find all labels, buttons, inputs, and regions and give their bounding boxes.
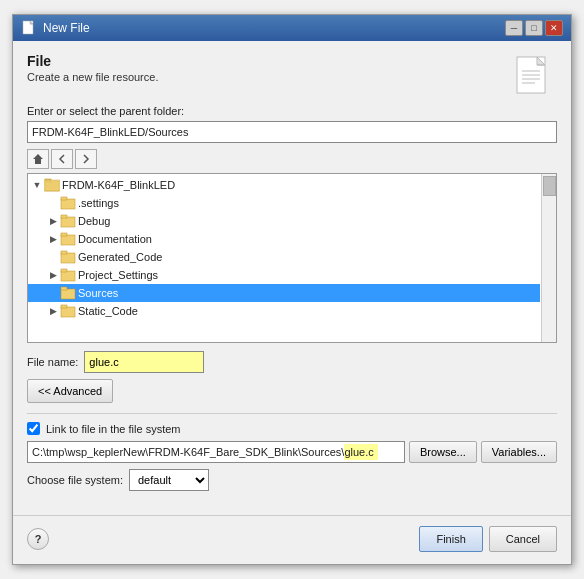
tree-label-sources: Sources xyxy=(78,287,118,299)
toggle-debug[interactable]: ▶ xyxy=(46,214,60,228)
toggle-sources xyxy=(46,286,60,300)
toggle-generated-code xyxy=(46,250,60,264)
svg-rect-27 xyxy=(61,305,67,308)
folder-icon-documentation xyxy=(60,232,76,246)
variables-button[interactable]: Variables... xyxy=(481,441,557,463)
tree-item-static-code[interactable]: ▶ Static_Code xyxy=(28,302,540,320)
svg-rect-20 xyxy=(61,253,75,263)
tree-item-project-settings[interactable]: ▶ Project_Settings xyxy=(28,266,540,284)
svg-marker-10 xyxy=(33,154,43,164)
filesystem-row: Choose file system: default xyxy=(27,469,557,491)
filename-row: File name: xyxy=(27,351,557,373)
help-button[interactable]: ? xyxy=(27,528,49,550)
link-path-container: C:\tmp\wsp_keplerNew\FRDM-K64F_Bare_SDK_… xyxy=(27,441,405,463)
section-subtitle: Create a new file resource. xyxy=(27,71,158,83)
tree-item-sources[interactable]: Sources xyxy=(28,284,540,302)
tree-label-generated-code: Generated_Code xyxy=(78,251,162,263)
title-bar-left: New File xyxy=(21,20,90,36)
tree-label-documentation: Documentation xyxy=(78,233,152,245)
tree-label-project-settings: Project_Settings xyxy=(78,269,158,281)
maximize-button[interactable]: □ xyxy=(525,20,543,36)
project-icon xyxy=(44,178,60,192)
link-checkbox[interactable] xyxy=(27,422,40,435)
new-file-icon xyxy=(21,20,37,36)
svg-rect-19 xyxy=(61,233,67,236)
toggle-project-settings[interactable]: ▶ xyxy=(46,268,60,282)
svg-rect-14 xyxy=(61,199,75,209)
file-resource-icon xyxy=(513,55,557,105)
dialog-buttons: Finish Cancel xyxy=(419,526,557,552)
divider xyxy=(27,413,557,414)
nav-toolbar xyxy=(27,149,557,169)
title-bar-controls: ─ □ ✕ xyxy=(505,20,563,36)
svg-rect-26 xyxy=(61,307,75,317)
minimize-button[interactable]: ─ xyxy=(505,20,523,36)
section-title: File xyxy=(27,53,158,69)
tree-item-debug[interactable]: ▶ Debug xyxy=(28,212,540,230)
link-checkbox-row: Link to file in the file system xyxy=(27,422,557,435)
toggle-static-code[interactable]: ▶ xyxy=(46,304,60,318)
toggle-root[interactable]: ▼ xyxy=(30,178,44,192)
nav-back-button[interactable] xyxy=(51,149,73,169)
tree-item-generated-code[interactable]: Generated_Code xyxy=(28,248,540,266)
bottom-bar: ? Finish Cancel xyxy=(13,515,571,564)
tree-item-documentation[interactable]: ▶ Documentation xyxy=(28,230,540,248)
tree-inner: ▼ FRDM-K64F_BlinkLED xyxy=(28,174,556,322)
folder-icon-debug xyxy=(60,214,76,228)
folder-tree: ▼ FRDM-K64F_BlinkLED xyxy=(27,173,557,343)
folder-icon-static-code xyxy=(60,304,76,318)
filename-label: File name: xyxy=(27,356,78,368)
svg-rect-25 xyxy=(61,287,67,290)
link-path-normal: C:\tmp\wsp_keplerNew\FRDM-K64F_Bare_SDK_… xyxy=(28,444,344,460)
tree-item-settings[interactable]: .settings xyxy=(28,194,540,212)
back-icon xyxy=(56,153,68,165)
link-path-row: C:\tmp\wsp_keplerNew\FRDM-K64F_Bare_SDK_… xyxy=(27,441,557,463)
title-bar-text: New File xyxy=(43,21,90,35)
svg-rect-23 xyxy=(61,269,67,272)
tree-label-debug: Debug xyxy=(78,215,110,227)
svg-rect-24 xyxy=(61,289,75,299)
header-text: File Create a new file resource. xyxy=(27,53,158,93)
link-path-highlight: glue.c xyxy=(344,444,377,460)
tree-scrollbar[interactable] xyxy=(541,174,556,342)
folder-icon-settings xyxy=(60,196,76,210)
finish-button[interactable]: Finish xyxy=(419,526,482,552)
folder-icon-project-settings xyxy=(60,268,76,282)
tree-label-root: FRDM-K64F_BlinkLED xyxy=(62,179,175,191)
nav-home-button[interactable] xyxy=(27,149,49,169)
folder-icon-generated-code xyxy=(60,250,76,264)
scrollbar-thumb[interactable] xyxy=(543,176,556,196)
browse-button[interactable]: Browse... xyxy=(409,441,477,463)
tree-label-static-code: Static_Code xyxy=(78,305,138,317)
new-file-dialog: New File ─ □ ✕ File Create a new file re… xyxy=(12,14,572,565)
svg-rect-16 xyxy=(61,217,75,227)
toggle-settings xyxy=(46,196,60,210)
cancel-button[interactable]: Cancel xyxy=(489,526,557,552)
svg-rect-18 xyxy=(61,235,75,245)
toggle-documentation[interactable]: ▶ xyxy=(46,232,60,246)
filename-input[interactable] xyxy=(84,351,204,373)
svg-rect-21 xyxy=(61,251,67,254)
forward-icon xyxy=(80,153,92,165)
parent-folder-label: Enter or select the parent folder: xyxy=(27,105,557,117)
svg-rect-22 xyxy=(61,271,75,281)
folder-icon-sources xyxy=(60,286,76,300)
advanced-button[interactable]: << Advanced xyxy=(27,379,113,403)
home-icon xyxy=(32,153,44,165)
parent-folder-input[interactable] xyxy=(27,121,557,143)
close-button[interactable]: ✕ xyxy=(545,20,563,36)
tree-item-root[interactable]: ▼ FRDM-K64F_BlinkLED xyxy=(28,176,540,194)
svg-rect-17 xyxy=(61,215,67,218)
dialog-content: File Create a new file resource. Enter o… xyxy=(13,41,571,501)
title-bar: New File ─ □ ✕ xyxy=(13,15,571,41)
nav-forward-button[interactable] xyxy=(75,149,97,169)
header-row: File Create a new file resource. xyxy=(27,53,557,105)
link-checkbox-label: Link to file in the file system xyxy=(46,423,181,435)
svg-rect-13 xyxy=(44,180,60,191)
svg-rect-15 xyxy=(61,197,67,200)
tree-label-settings: .settings xyxy=(78,197,119,209)
filesystem-label: Choose file system: xyxy=(27,474,123,486)
filesystem-select[interactable]: default xyxy=(129,469,209,491)
